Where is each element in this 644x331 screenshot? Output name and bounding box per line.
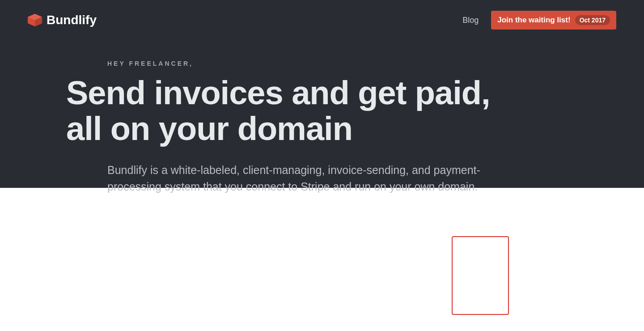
brand[interactable]: Bundlify bbox=[28, 13, 97, 27]
highlight-size-column bbox=[452, 236, 509, 315]
hero: HEY FREELANCER, Send invoices and get pa… bbox=[0, 30, 644, 195]
cta-date-pill: Oct 2017 bbox=[575, 15, 610, 25]
cta-label: Join the waiting list! bbox=[497, 16, 570, 25]
landing-hero: Bundlify Blog Join the waiting list! Oct… bbox=[0, 0, 644, 188]
hero-sub: Bundlify is a white-labeled, client-mana… bbox=[107, 162, 532, 195]
top-nav: Bundlify Blog Join the waiting list! Oct… bbox=[0, 0, 644, 30]
cube-icon bbox=[28, 14, 42, 26]
cta-join-waitlist[interactable]: Join the waiting list! Oct 2017 bbox=[491, 11, 616, 30]
hero-headline: Send invoices and get paid, all on your … bbox=[66, 75, 522, 147]
nav-link-blog[interactable]: Blog bbox=[462, 16, 479, 25]
brand-name: Bundlify bbox=[47, 13, 97, 27]
hero-eyebrow: HEY FREELANCER, bbox=[107, 60, 616, 67]
